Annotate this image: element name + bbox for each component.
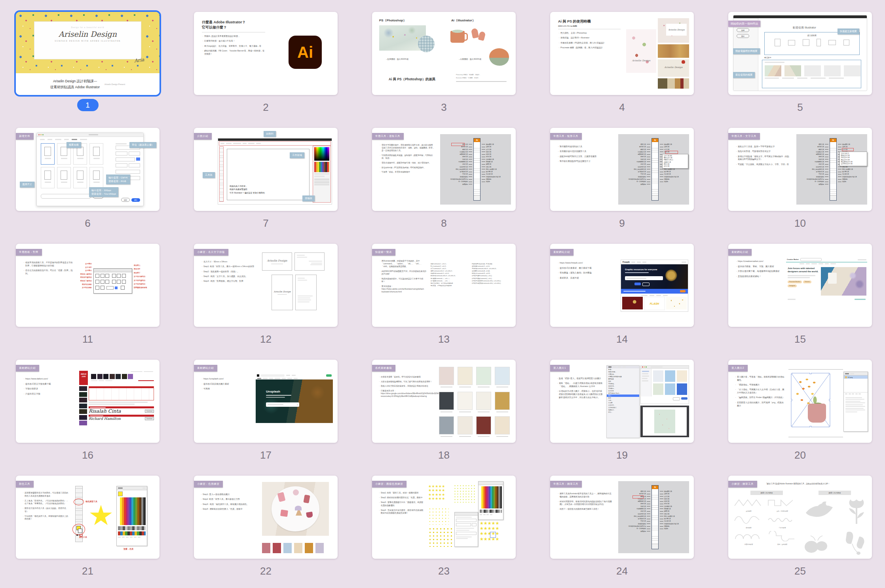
slide-number[interactable]: 5 [728, 101, 872, 114]
distribute-button[interactable] [122, 280, 126, 284]
spacing-button[interactable] [95, 286, 99, 290]
category-chip[interactable]: Instagram [788, 285, 797, 287]
slide-number[interactable]: 22 [194, 565, 338, 577]
slide-number[interactable]: 6 [16, 217, 160, 230]
flyout-item[interactable]: 直式路徑文字工具 [841, 163, 866, 165]
slide-thumbnail-14[interactable]: 素材網站介紹 https://www.freepik.com/提供各式向量素材、… [550, 244, 694, 327]
preset-card[interactable] [41, 167, 55, 188]
distribute-button[interactable] [112, 280, 116, 284]
slide-thumbnail-24[interactable]: 常用工具：鋼筆工具 鋼筆工具為Illustrator最常使用的工具之一，鋼筆能夠… [550, 476, 694, 559]
doc-preset[interactable] [817, 39, 821, 46]
preset-card[interactable] [89, 143, 103, 165]
slide-number[interactable]: 12 [194, 333, 338, 345]
slide-thumbnail-19[interactable]: 置入圖片1 點選「檔案>置入」後就可以選擇想置入的圖片選取「連結」，以建立檔案的… [550, 360, 694, 443]
category-chip[interactable]: Textures [803, 281, 811, 283]
finder-file[interactable] [653, 370, 663, 382]
finder-file[interactable] [665, 383, 675, 395]
slide-thumbnail-1[interactable]: Design for a beautiful world Ariselin De… [16, 12, 160, 95]
slide-thumbnail-4[interactable]: Ai 與 PS 的使用時機 (以Ariselin Design為例) 照片調色、… [550, 12, 694, 95]
slide-thumbnail-23[interactable]: 小練習：圖樣色票練習 Step1: 利用「圖形工具」繪製一個幾何圖形Step2 … [372, 476, 516, 559]
slide-thumbnail-6[interactable]: 新增文件 [16, 128, 160, 211]
doc-preset[interactable] [788, 40, 795, 46]
align-button[interactable] [95, 274, 99, 278]
slide-thumbnail-9[interactable]: 常用工具：矩形工具 製作圖形時會用到的工具長按圖示會出現其他圖形工具搭配Shif… [550, 128, 694, 211]
slide-thumbnail-11[interactable]: 常用面板：對齊 相當常用的面板工具，不管是物件的對齊還是文字的對齊，它都能發揮很… [16, 244, 160, 327]
slide-number[interactable]: 9 [550, 217, 694, 230]
align-button[interactable] [122, 274, 126, 278]
recent-file-thumb[interactable] [765, 65, 781, 76]
slide-number[interactable]: 14 [550, 333, 694, 345]
slide-number[interactable]: 21 [16, 565, 160, 577]
align-button[interactable] [117, 274, 121, 278]
download-button[interactable]: Download [145, 410, 154, 413]
doc-preset[interactable] [828, 40, 836, 45]
slide-thumbnail-17[interactable]: 素材網站介紹 https://unsplash.com/提供各式高質量的圖片素材… [194, 360, 338, 443]
distribute-button[interactable] [117, 280, 121, 284]
open-button[interactable]: 開啟 [737, 34, 749, 38]
recent-file-thumb[interactable] [824, 65, 841, 76]
slide-number[interactable]: 18 [372, 449, 516, 461]
slide-thumbnail-8[interactable]: 常用工具：選取工具 選取文字與圖形物件，選取後會顯示邊界方框，絕大部分都用這個工… [372, 128, 516, 211]
doc-preset[interactable] [843, 40, 849, 46]
category-chip[interactable]: Procreate Brushes [788, 281, 802, 283]
recent-file-thumb[interactable] [844, 65, 860, 76]
slide-thumbnail-18[interactable]: 各式素材書籍 在博客來搜尋「素材集」即可找到許多素材書籍大部分素材都有版權限制，… [372, 360, 516, 443]
recent-file-thumb[interactable] [804, 65, 821, 76]
align-button[interactable] [105, 274, 109, 278]
align-to-button[interactable] [121, 286, 125, 290]
slide-thumbnail-20[interactable]: 置入圖片2 置入圖片後，可透過「連結」面板來調整圖片的連結屬性。「重新連結」可替… [728, 360, 872, 443]
menu-item[interactable]: 列印... [607, 411, 639, 413]
create-button[interactable]: 建立 [131, 198, 140, 202]
recent-file-thumb[interactable] [784, 65, 801, 76]
slide-number[interactable]: 23 [372, 565, 516, 577]
slide-number[interactable]: 17 [194, 449, 338, 461]
preset-card[interactable] [41, 143, 55, 165]
close-button[interactable]: 關閉 [121, 198, 130, 202]
distribute-button[interactable] [105, 280, 109, 284]
slide-thumbnail-10[interactable]: 常用工具：文字工具 選取文字工具後，點按一下即可新增文字拖曳出矩形後，可新增矩形… [728, 128, 872, 211]
slide-number[interactable]: 2 [194, 101, 338, 114]
slide-thumbnail-3[interactable]: PS（Photoshop） Ai（Illustrator） →點陣圖檔：放大40… [372, 12, 516, 95]
spacing-button[interactable] [101, 286, 104, 290]
align-button[interactable] [101, 274, 104, 278]
slide-number[interactable]: 11 [16, 333, 160, 345]
finder-file[interactable] [677, 383, 687, 395]
slide-number[interactable]: 16 [16, 449, 160, 461]
slide-number[interactable]: 3 [372, 101, 516, 114]
slide-number[interactable]: 13 [372, 333, 516, 345]
slide-number[interactable]: 20 [728, 449, 872, 461]
preset-card[interactable] [89, 167, 103, 188]
slide-thumbnail-12[interactable]: 小練習：名片文字排版 名片尺寸：90mm x 54mmStep1: 利用「矩形工… [194, 244, 338, 327]
slide-number[interactable]: 8 [372, 217, 516, 230]
download-button[interactable]: Download [145, 417, 154, 420]
link-row-selected[interactable]: 02.png [844, 376, 868, 379]
slide-thumbnail-16[interactable]: 素材網站介紹 https://www.dafont.com/提供各式英文字體免費… [16, 360, 160, 443]
distribute-button[interactable] [101, 280, 104, 284]
preset-card[interactable] [57, 167, 71, 188]
slide-number[interactable]: 4 [550, 101, 694, 114]
slide-thumbnail-2[interactable]: 什麼是 Adobe Illustrator？ 它可以做什麼？ 簡稱Ai, 是設計… [194, 12, 338, 95]
distribute-button[interactable] [95, 280, 99, 284]
slide-number[interactable]: 19 [550, 449, 694, 461]
slide-number[interactable]: 7 [194, 217, 338, 230]
slide-number[interactable]: 24 [550, 565, 694, 577]
slide-thumbnail-7[interactable]: 介面介紹 框線內為工作區域， 框線外為素材暫放區 可至 [194, 128, 338, 211]
finder-file[interactable] [665, 370, 675, 382]
slide-number[interactable]: 25 [728, 565, 872, 577]
slide-thumbnail-21[interactable]: 顏色工具 若想要改變圖形或文字的顏色，可以透過工具區的顏色工具或是色票面板來達成… [16, 476, 160, 559]
flyout-item[interactable]: 反光工具 [664, 165, 687, 167]
new-button[interactable]: 新建 [737, 28, 749, 32]
slide-thumbnail-22[interactable]: 小練習：色票練習 Step1: 置入一張你喜歡的圖片Step2 :利用「矩形工具… [194, 476, 338, 559]
doc-preset[interactable] [775, 39, 781, 46]
finder-file[interactable] [677, 370, 687, 382]
preset-card[interactable] [73, 167, 87, 188]
slide-thumbnail-15[interactable]: 素材網站介紹 https://creativemarket.com/提供各式模板… [728, 244, 872, 327]
slide-number[interactable]: 15 [728, 333, 872, 345]
align-button[interactable] [112, 274, 116, 278]
doc-preset[interactable] [803, 39, 809, 46]
slide-number[interactable]: 10 [728, 217, 872, 230]
slide-thumbnail-5[interactable]: 新建 開啟 歡迎使用 Illustrator 建立新檔案 最近使用 [728, 12, 872, 95]
finder-file[interactable] [653, 383, 663, 395]
slide-thumbnail-25[interactable]: 小練習：鋼筆工具 "鋼筆工具可說是Adobe Illustrator 最重要的工… [728, 476, 872, 559]
selected-slide-badge[interactable]: 1 [77, 99, 99, 111]
